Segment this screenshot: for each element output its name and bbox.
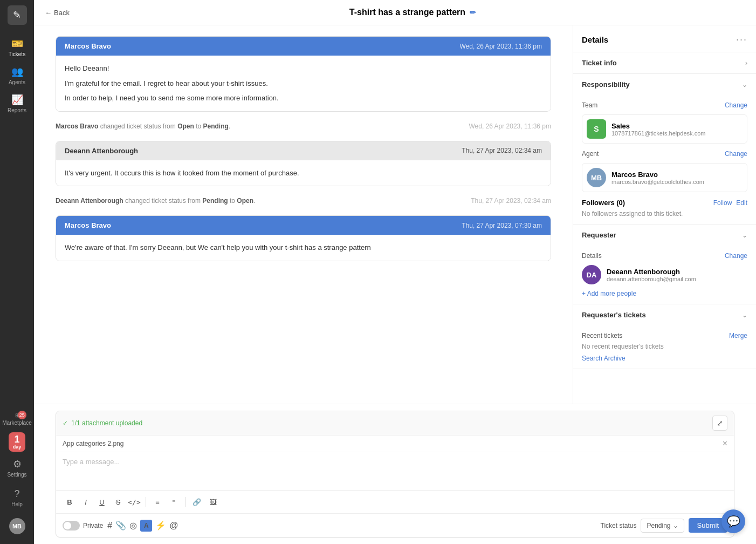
strikethrough-button[interactable]: S — [111, 495, 125, 509]
no-tickets-text: No recent requester's tickets — [582, 343, 747, 350]
agent-name: Marcos Bravo — [611, 171, 704, 179]
sidebar-item-help-label: Help — [11, 501, 23, 507]
link-button[interactable]: 🔗 — [190, 495, 204, 509]
details-header: Details ··· — [573, 25, 756, 52]
ordered-list-button[interactable]: ≡ — [150, 495, 164, 509]
requester-header[interactable]: Requester ⌄ — [573, 225, 756, 246]
attachment-bar: ✓ 1/1 attachment uploaded ⤢ — [56, 411, 734, 436]
back-arrow-icon: ← — [45, 9, 52, 17]
status-action-2: changed ticket status from — [125, 197, 202, 205]
sidebar-item-tickets[interactable]: 🎫 Tickets — [0, 33, 34, 62]
message-header-1: Marcos Bravo Wed, 26 Apr 2023, 11:36 pm — [56, 37, 551, 56]
hashtag-button[interactable]: # — [107, 521, 112, 531]
followers-row: Followers (0) Follow Edit — [582, 199, 747, 207]
recent-tickets-label: Recent tickets — [582, 332, 622, 339]
private-switch[interactable] — [63, 521, 80, 531]
italic-button[interactable]: I — [79, 495, 93, 509]
ticket-info-section: Ticket info › — [573, 52, 756, 74]
sidebar-item-marketplace-label: Marketplace — [2, 420, 31, 426]
text-color-button[interactable]: A — [140, 520, 152, 532]
user-avatar-icon: MB — [9, 518, 25, 534]
edit-title-icon[interactable]: ✏ — [470, 8, 476, 17]
check-icon: ✓ — [63, 419, 68, 427]
edit-followers-button[interactable]: Edit — [736, 199, 747, 207]
attachment-status-text: 1/1 attachment uploaded — [71, 419, 142, 427]
sidebar-item-marketplace[interactable]: 25 ⊞ Marketplace — [2, 408, 31, 430]
status-to-2: Open — [237, 197, 253, 205]
team-change-button[interactable]: Change — [725, 101, 747, 109]
sidebar-item-help[interactable]: ? Help — [2, 484, 31, 512]
message-header-2: Deeann Attenborough Thu, 27 Apr 2023, 02… — [56, 141, 551, 160]
ticket-info-chevron: › — [745, 59, 747, 67]
chevron-down-icon: ⌄ — [673, 522, 678, 529]
agent-label: Agent — [582, 150, 599, 158]
responsibility-content: Team Change S Sales 1078717861@tickets.h… — [573, 95, 756, 224]
status-to-1: Pending — [203, 123, 228, 130]
compose-box: ✓ 1/1 attachment uploaded ⤢ App categori… — [56, 411, 734, 538]
follow-button[interactable]: Follow — [713, 199, 732, 207]
responsibility-header[interactable]: Responsibility ⌄ — [573, 74, 756, 95]
bold-button[interactable]: B — [63, 495, 77, 509]
requester-tickets-chevron: ⌄ — [742, 311, 747, 319]
sender-name-2: Deeann Attenborough — [65, 147, 138, 155]
sidebar-item-reports[interactable]: 📈 Reports — [0, 90, 34, 118]
toolbar-divider-1 — [146, 497, 146, 507]
day-badge[interactable]: 1 day — [9, 432, 26, 452]
sidebar-user-avatar[interactable]: MB — [2, 514, 31, 539]
settings-icon: ⚙ — [13, 458, 22, 470]
details-more-button[interactable]: ··· — [736, 34, 747, 45]
attachment-button[interactable]: 📎 — [115, 520, 126, 531]
followers-title: Followers (0) — [582, 199, 625, 207]
magic-button[interactable]: ⚡ — [155, 520, 166, 531]
requester-card: DA Deeann Attenborough deeann.attenborou… — [582, 265, 747, 284]
underline-button[interactable]: U — [95, 495, 109, 509]
radio-button[interactable]: ◎ — [129, 520, 137, 531]
message-input[interactable]: Type a message... — [56, 452, 734, 490]
message-bubble-3: Marcos Bravo Thu, 27 Apr 2023, 07:30 am … — [56, 215, 551, 261]
team-field-row: Team Change — [582, 101, 747, 109]
status-dot-2: . — [253, 197, 255, 205]
mention-button[interactable]: @ — [169, 521, 178, 531]
conversation-area: Marcos Bravo Wed, 26 Apr 2023, 11:36 pm … — [34, 25, 573, 404]
ticket-status-label: Ticket status — [601, 522, 637, 529]
unordered-list-button[interactable]: ⁼ — [167, 495, 181, 509]
requester-tickets-content: Recent tickets Merge No recent requester… — [573, 325, 756, 369]
expand-button[interactable]: ⤢ — [712, 416, 727, 431]
image-button[interactable]: 🖼 — [206, 495, 220, 509]
status-time-2: Thu, 27 Apr 2023, 02:34 am — [471, 197, 551, 205]
back-button[interactable]: ← Back — [45, 9, 70, 17]
code-button[interactable]: </> — [127, 495, 141, 509]
agent-change-button[interactable]: Change — [725, 150, 747, 158]
status-change-text-1: Marcos Bravo changed ticket status from … — [56, 123, 230, 130]
responsibility-section: Responsibility ⌄ Team Change S Sales — [573, 74, 756, 225]
sidebar-item-agents[interactable]: 👥 Agents — [0, 62, 34, 90]
marketplace-badge: 25 — [18, 411, 26, 419]
message-line-3-0: We're aware of that. I'm sorry Deeann, b… — [65, 242, 542, 253]
requester-content: Details Change DA Deeann Attenborough de… — [573, 246, 756, 304]
ticket-status-area: Ticket status Pending ⌄ Submit — [601, 518, 727, 533]
recent-tickets-header: Recent tickets Merge — [582, 332, 747, 339]
add-people-button[interactable]: + Add more people — [582, 290, 747, 297]
ticket-title: T-shirt has a strange pattern — [349, 8, 465, 17]
requester-tickets-section: Requester's tickets ⌄ Recent tickets Mer… — [573, 304, 756, 369]
status-change-1: Marcos Bravo changed ticket status from … — [56, 119, 551, 133]
merge-button[interactable]: Merge — [729, 332, 747, 339]
status-dropdown[interactable]: Pending ⌄ — [641, 519, 684, 533]
status-actor-1: Marcos Bravo — [56, 123, 98, 130]
sidebar-item-settings[interactable]: ⚙ Settings — [2, 454, 31, 482]
sender-name-1: Marcos Bravo — [65, 42, 111, 50]
chat-widget-button[interactable]: 💬 — [721, 509, 745, 533]
formatting-toolbar: B I U S </> ≡ ⁼ 🔗 🖼 — [56, 490, 734, 513]
sidebar-item-reports-label: Reports — [8, 107, 26, 113]
requester-tickets-header[interactable]: Requester's tickets ⌄ — [573, 304, 756, 325]
search-archive-button[interactable]: Search Archive — [582, 355, 747, 362]
responsibility-chevron: ⌄ — [742, 81, 747, 89]
requester-change-button[interactable]: Change — [725, 252, 747, 260]
message-header-3: Marcos Bravo Thu, 27 Apr 2023, 07:30 am — [56, 216, 551, 235]
app-logo[interactable]: ✎ — [8, 5, 27, 25]
agent-field-row: Agent Change — [582, 150, 747, 158]
message-body-1: Hello Deeann! I'm grateful for the email… — [56, 56, 551, 111]
agent-email: marcos.bravo@getcoolclothes.com — [611, 179, 704, 185]
file-remove-button[interactable]: × — [723, 439, 727, 448]
ticket-info-header[interactable]: Ticket info › — [573, 52, 756, 73]
